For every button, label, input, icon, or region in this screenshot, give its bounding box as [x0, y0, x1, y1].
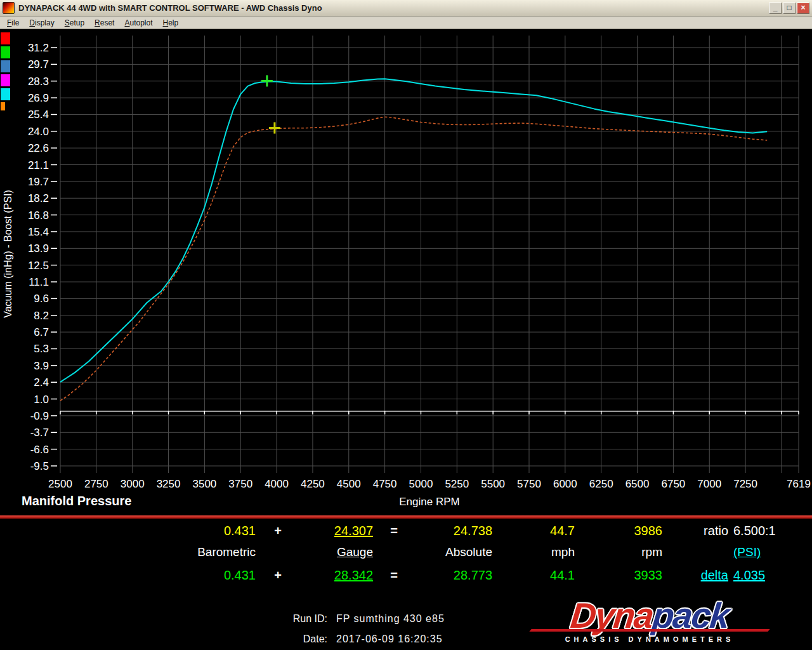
x-tick-label: 3250 [157, 478, 181, 490]
ratio-label: ratio [685, 524, 728, 540]
x-tick-label: 3750 [228, 478, 252, 490]
menu-item-setup[interactable]: Setup [60, 17, 89, 29]
y-tick-label: 19.7 [28, 176, 49, 188]
menu-item-reset[interactable]: Reset [89, 17, 119, 29]
y-tick-label: 28.3 [28, 76, 49, 88]
y-tick-label: 25.4 [28, 109, 49, 121]
x-tick-label: 6250 [589, 478, 613, 490]
x-tick-label: 5250 [445, 478, 469, 490]
menu-item-autoplot[interactable]: Autoplot [119, 17, 157, 29]
delta-link[interactable]: delta [685, 568, 728, 585]
maximize-button[interactable]: □ [783, 3, 796, 14]
y-tick-label: 15.4 [28, 226, 49, 238]
plus-sign-run2: + [270, 568, 286, 585]
series-boost-run-orange [60, 117, 767, 401]
window-title: DYNAPACK 44 4WD with SMART CONTROL SOFTW… [18, 3, 769, 13]
x-tick-label: 4250 [301, 478, 325, 490]
barometric-value-run2: 0.431 [171, 568, 256, 585]
dynapack-logo: Dynapack CHASSIS DYNAMOMETERS [525, 598, 774, 643]
x-tick-label: 6750 [661, 478, 685, 490]
y-tick-label: 8.2 [34, 310, 49, 322]
close-button[interactable]: × [797, 3, 809, 14]
menu-item-file[interactable]: File [2, 17, 24, 29]
y-tick-label: 18.2 [28, 192, 49, 204]
absolute-value-run2: 28.773 [412, 568, 492, 585]
x-tick-label: 7250 [733, 478, 757, 490]
x-tick-label: 4500 [337, 478, 361, 490]
y-tick-label: 5.3 [34, 343, 49, 355]
gauge-label[interactable]: Gauge [304, 545, 373, 562]
x-tick-label: 2750 [84, 478, 108, 490]
x-tick-label: 6500 [625, 478, 650, 490]
y-tick-label: 1.0 [34, 394, 49, 406]
y-tick-label: -3.7 [30, 427, 49, 439]
rpm-label: rpm [596, 545, 662, 562]
y-tick-label: 6.7 [34, 326, 49, 338]
y-tick-label: 11.1 [29, 276, 49, 288]
x-axis-title: Engine RPM [60, 496, 799, 508]
equals-sign-run1: = [386, 524, 402, 540]
manifold-pressure-chart[interactable]: 31.229.728.326.925.424.022.621.119.718.2… [0, 29, 812, 493]
y-tick-label: 12.5 [28, 260, 49, 272]
x-tick-label: 7619 [787, 478, 811, 490]
y-tick-label: 3.9 [34, 360, 49, 372]
run-id-value: FP sumthing 430 e85 [336, 613, 445, 625]
y-tick-label: 2.4 [34, 376, 49, 388]
date-value: 2017-06-09 16:20:35 [336, 633, 443, 645]
menu-item-help[interactable]: Help [158, 17, 184, 29]
mph-label: mph [508, 545, 575, 562]
minimize-button[interactable]: _ [769, 3, 782, 14]
absolute-value-run1: 24.738 [412, 524, 492, 540]
barometric-label: Barometric [171, 545, 256, 562]
x-tick-label: 4000 [265, 478, 289, 490]
psi-units-link[interactable]: (PSI) [733, 545, 784, 562]
y-tick-label: -9.5 [30, 460, 49, 472]
y-tick-label: 16.8 [28, 209, 49, 222]
window-controls: _ □ × [769, 3, 809, 14]
absolute-label: Absolute [412, 545, 492, 562]
menu-bar: FileDisplaySetupResetAutoplotHelp [0, 17, 812, 29]
run-id-label: Run ID: [235, 613, 327, 625]
y-tick-label: 29.7 [28, 58, 49, 70]
gauge-value-run2[interactable]: 28.342 [304, 568, 373, 585]
x-tick-label: 3000 [121, 478, 145, 490]
equals-sign-run2: = [386, 568, 402, 585]
barometric-value-run1: 0.431 [171, 524, 256, 540]
x-tick-label: 6000 [553, 478, 577, 490]
x-tick-label: 4750 [373, 478, 397, 490]
y-tick-label: -6.6 [30, 444, 49, 456]
y-tick-label: 24.0 [28, 126, 49, 138]
gauge-value-run1[interactable]: 24.307 [304, 524, 373, 540]
logo-subtitle: CHASSIS DYNAMOMETERS [525, 635, 774, 643]
delta-value[interactable]: 4.035 [733, 568, 784, 585]
logo-wordmark: Dynapack [523, 598, 776, 633]
y-tick-label: 26.9 [28, 92, 49, 104]
ratio-value: 6.500:1 [733, 524, 784, 540]
y-tick-label: 31.2 [28, 42, 49, 54]
rpm-value-run1: 3986 [596, 524, 662, 540]
app-icon [3, 2, 15, 14]
logo-swoosh [529, 629, 769, 632]
mph-value-run2: 44.1 [508, 568, 575, 585]
mph-value-run1: 44.7 [508, 524, 575, 540]
x-tick-label: 3500 [192, 478, 216, 490]
menu-item-display[interactable]: Display [24, 17, 59, 29]
rpm-value-run2: 3933 [596, 568, 662, 585]
x-tick-label: 5500 [481, 478, 505, 490]
divider-line [0, 515, 812, 519]
x-tick-label: 2500 [48, 478, 72, 490]
y-tick-label: 9.6 [34, 293, 49, 305]
y-tick-label: 22.6 [28, 142, 49, 154]
plus-sign-run1: + [270, 524, 286, 540]
x-tick-label: 7000 [697, 478, 721, 490]
series-boost-run-cyan [60, 79, 767, 382]
y-tick-label: 21.1 [28, 159, 49, 171]
y-tick-label: 13.9 [28, 242, 49, 255]
x-tick-label: 5750 [517, 478, 541, 490]
x-tick-label: 5000 [409, 478, 433, 490]
y-axis-title: Vacuum (inHg) - Boost (PSI) [3, 190, 13, 318]
date-label: Date: [235, 633, 327, 645]
title-bar[interactable]: DYNAPACK 44 4WD with SMART CONTROL SOFTW… [0, 0, 812, 17]
y-tick-label: -0.9 [30, 410, 49, 422]
